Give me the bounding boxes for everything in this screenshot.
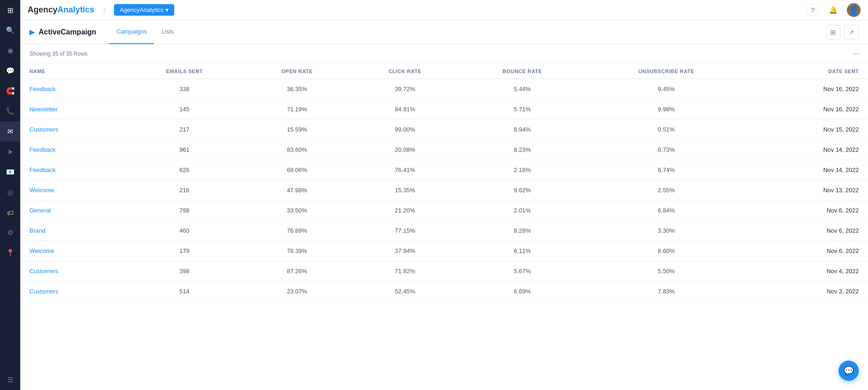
- campaign-link[interactable]: Welcome: [29, 187, 54, 194]
- cell-name: Newsletter: [20, 99, 125, 120]
- sidebar-item-chat[interactable]: 💬: [0, 61, 20, 81]
- cell-bounce-rate: 9.62%: [460, 180, 585, 201]
- campaign-link[interactable]: Brand: [29, 227, 46, 234]
- table-row: Brand 460 76.89% 77.15% 8.28% 3.30% Nov …: [20, 221, 868, 241]
- table-header-row: NAME EMAILS SENT OPEN RATE CLICK RATE BO…: [20, 64, 868, 79]
- cell-bounce-rate: 2.18%: [460, 160, 585, 180]
- grid-view-button[interactable]: ⊞: [826, 25, 840, 40]
- tab-lists[interactable]: Lists: [154, 20, 181, 44]
- col-name: NAME: [20, 64, 125, 79]
- campaign-link[interactable]: Feedback: [29, 146, 56, 153]
- col-click-rate: CLICK RATE: [350, 64, 460, 79]
- more-options-button[interactable]: ···: [853, 50, 859, 58]
- cell-name: Feedback: [20, 79, 125, 99]
- sidebar-item-tag[interactable]: 🏷: [0, 202, 20, 223]
- cell-unsubscribe-rate: 0.51%: [585, 120, 748, 140]
- cell-date-sent: Nov 15, 2022: [748, 120, 868, 140]
- cell-bounce-rate: 5.44%: [460, 79, 585, 99]
- cell-emails-sent: 398: [125, 261, 244, 281]
- sidebar-item-dashboard[interactable]: ◉: [0, 40, 20, 61]
- notifications-button[interactable]: 🔔: [827, 4, 839, 17]
- showing-text: Showing 35 of 35 Rows: [29, 51, 87, 57]
- col-unsubscribe-rate: UNSUBSCRIBE RATE: [585, 64, 748, 79]
- logo-analytics-text: Analytics: [57, 5, 94, 14]
- cell-unsubscribe-rate: 6.84%: [585, 201, 748, 221]
- sidebar-item-mail[interactable]: 📧: [0, 162, 20, 182]
- sidebar-item-phone[interactable]: 📞: [0, 101, 20, 121]
- campaign-link[interactable]: Customers: [29, 268, 58, 275]
- cell-open-rate: 33.50%: [244, 201, 350, 221]
- cell-open-rate: 15.59%: [244, 120, 350, 140]
- sidebar-logo-area: ⊞: [0, 0, 20, 20]
- cell-open-rate: 87.26%: [244, 261, 350, 281]
- table-row: Welcome 179 78.39% 37.94% 6.11% 8.60% No…: [20, 241, 868, 261]
- col-emails-sent: EMAILS SENT: [125, 64, 244, 79]
- table-row: Feedback 338 36.35% 39.72% 5.44% 9.45% N…: [20, 79, 868, 99]
- cell-open-rate: 83.60%: [244, 140, 350, 160]
- cell-date-sent: Nov 16, 2022: [748, 99, 868, 120]
- cell-emails-sent: 626: [125, 160, 244, 180]
- cell-unsubscribe-rate: 7.83%: [585, 281, 748, 302]
- chat-fab-button[interactable]: 💬: [839, 361, 859, 381]
- table-header-bar: Showing 35 of 35 Rows ···: [20, 44, 868, 64]
- sidebar-item-arrow[interactable]: ➤: [0, 142, 20, 162]
- main-content: AgencyAnalytics | AgencyAnalytics ▾ ? 🔔 …: [20, 0, 868, 390]
- cell-name: Brand: [20, 221, 125, 241]
- cell-unsubscribe-rate: 9.45%: [585, 79, 748, 99]
- cell-name: Feedback: [20, 140, 125, 160]
- logo-agency: Agency: [28, 5, 57, 14]
- campaign-link[interactable]: Feedback: [29, 86, 56, 92]
- col-open-rate: OPEN RATE: [244, 64, 350, 79]
- cell-unsubscribe-rate: 5.50%: [585, 261, 748, 281]
- campaign-link[interactable]: Customers: [29, 288, 58, 295]
- sidebar-item-leads[interactable]: 🧲: [0, 81, 20, 101]
- cell-click-rate: 15.35%: [350, 180, 460, 201]
- cell-bounce-rate: 6.11%: [460, 241, 585, 261]
- cell-open-rate: 78.39%: [244, 241, 350, 261]
- table-row: Feedback 626 68.06% 76.41% 2.18% 6.74% N…: [20, 160, 868, 180]
- agency-selector-button[interactable]: AgencyAnalytics ▾: [114, 4, 174, 16]
- page-title-icon: ▶: [29, 28, 35, 36]
- sidebar-item-menu[interactable]: ☰: [0, 370, 20, 390]
- campaign-link[interactable]: Feedback: [29, 166, 56, 173]
- cell-emails-sent: 961: [125, 140, 244, 160]
- top-header: AgencyAnalytics | AgencyAnalytics ▾ ? 🔔 …: [20, 0, 868, 20]
- tab-campaigns[interactable]: Campaigns: [109, 20, 154, 44]
- sidebar-item-integrations[interactable]: ⚙: [0, 223, 20, 243]
- campaign-link[interactable]: Newsletter: [29, 106, 57, 113]
- grid-icon[interactable]: ⊞: [7, 6, 13, 15]
- cell-unsubscribe-rate: 3.30%: [585, 221, 748, 241]
- help-button[interactable]: ?: [806, 4, 819, 17]
- cell-name: Customers: [20, 120, 125, 140]
- cell-open-rate: 47.98%: [244, 180, 350, 201]
- sidebar-item-location[interactable]: 📍: [0, 243, 20, 263]
- cell-open-rate: 71.19%: [244, 99, 350, 120]
- cell-date-sent: Nov 3, 2022: [748, 281, 868, 302]
- cell-date-sent: Nov 4, 2022: [748, 261, 868, 281]
- cell-emails-sent: 514: [125, 281, 244, 302]
- cell-emails-sent: 179: [125, 241, 244, 261]
- avatar[interactable]: 👤: [847, 3, 861, 17]
- cell-bounce-rate: 8.23%: [460, 140, 585, 160]
- cell-unsubscribe-rate: 0.73%: [585, 140, 748, 160]
- sidebar-item-search[interactable]: 🔍: [0, 20, 20, 40]
- sidebar-item-email[interactable]: ✉: [0, 121, 20, 142]
- sidebar: ⊞ 🔍 ◉ 💬 🧲 📞 ✉ ➤ 📧 ◎ 🏷 ⚙ 📍 ☰: [0, 0, 20, 390]
- cell-unsubscribe-rate: 9.98%: [585, 99, 748, 120]
- cell-date-sent: Nov 14, 2022: [748, 160, 868, 180]
- cell-emails-sent: 798: [125, 201, 244, 221]
- table-row: Customers 217 15.59% 99.00% 8.94% 0.51% …: [20, 120, 868, 140]
- campaign-link[interactable]: General: [29, 207, 51, 214]
- campaign-link[interactable]: Customers: [29, 126, 58, 133]
- sidebar-item-analytics[interactable]: ◎: [0, 182, 20, 202]
- page-header-right: ⊞ ↗: [826, 25, 859, 40]
- cell-emails-sent: 338: [125, 79, 244, 99]
- cell-name: Feedback: [20, 160, 125, 180]
- header-right: ? 🔔 👤: [806, 3, 861, 17]
- cell-unsubscribe-rate: 8.60%: [585, 241, 748, 261]
- cell-date-sent: Nov 13, 2022: [748, 180, 868, 201]
- cell-click-rate: 99.00%: [350, 120, 460, 140]
- cell-name: Customers: [20, 281, 125, 302]
- share-button[interactable]: ↗: [844, 25, 859, 40]
- campaign-link[interactable]: Welcome: [29, 247, 54, 254]
